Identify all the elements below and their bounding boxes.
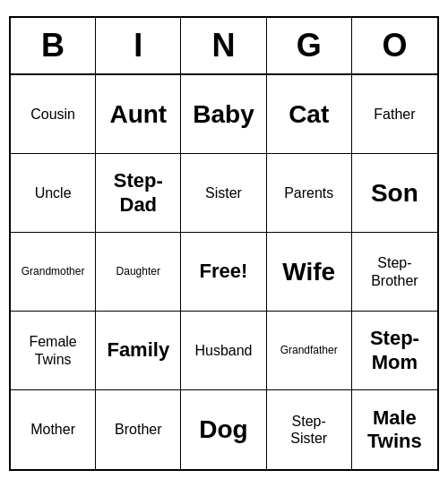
bingo-cell-2[interactable]: Baby xyxy=(181,75,266,154)
cell-text-18: Grandfather xyxy=(280,344,338,356)
bingo-cell-13[interactable]: Wife xyxy=(267,233,352,312)
bingo-cell-8[interactable]: Parents xyxy=(267,154,352,233)
bingo-cell-10[interactable]: Grandmother xyxy=(11,233,96,312)
cell-text-1: Aunt xyxy=(109,99,167,130)
cell-text-13: Wife xyxy=(282,257,335,287)
cell-text-22: Dog xyxy=(199,414,247,445)
cell-text-3: Cat xyxy=(289,99,329,130)
bingo-cell-0[interactable]: Cousin xyxy=(11,75,96,154)
bingo-card: BINGO CousinAuntBabyCatFatherUncleStep-D… xyxy=(9,16,439,471)
cell-text-14: Step-Brother xyxy=(371,254,418,288)
cell-text-12: Free! xyxy=(200,260,248,283)
cell-text-16: Family xyxy=(107,338,169,362)
bingo-cell-24[interactable]: MaleTwins xyxy=(352,390,437,469)
bingo-grid: CousinAuntBabyCatFatherUncleStep-DadSist… xyxy=(11,75,437,469)
cell-text-19: Step-Mom xyxy=(370,327,419,374)
bingo-cell-1[interactable]: Aunt xyxy=(96,75,181,154)
bingo-header: BINGO xyxy=(11,18,437,75)
cell-text-7: Sister xyxy=(205,184,242,201)
bingo-cell-7[interactable]: Sister xyxy=(181,154,266,233)
header-letter-o: O xyxy=(352,18,437,73)
cell-text-11: Daughter xyxy=(116,265,160,278)
bingo-cell-12[interactable]: Free! xyxy=(181,233,266,312)
cell-text-2: Baby xyxy=(193,99,254,130)
cell-text-21: Brother xyxy=(115,421,161,438)
cell-text-5: Uncle xyxy=(35,184,72,201)
bingo-cell-15[interactable]: FemaleTwins xyxy=(11,312,96,390)
bingo-cell-3[interactable]: Cat xyxy=(267,75,352,154)
bingo-cell-18[interactable]: Grandfather xyxy=(267,312,352,390)
cell-text-8: Parents xyxy=(284,184,333,201)
cell-text-20: Mother xyxy=(30,421,75,438)
bingo-cell-17[interactable]: Husband xyxy=(181,312,266,390)
header-letter-b: B xyxy=(11,18,96,73)
bingo-cell-20[interactable]: Mother xyxy=(11,390,96,469)
bingo-cell-21[interactable]: Brother xyxy=(96,390,181,469)
bingo-cell-19[interactable]: Step-Mom xyxy=(352,312,437,390)
bingo-cell-22[interactable]: Dog xyxy=(181,390,266,469)
cell-text-24: MaleTwins xyxy=(367,406,422,454)
cell-text-15: FemaleTwins xyxy=(29,333,76,367)
cell-text-9: Son xyxy=(371,178,418,209)
cell-text-4: Father xyxy=(374,106,415,123)
bingo-cell-9[interactable]: Son xyxy=(352,154,437,233)
cell-text-10: Grandmother xyxy=(22,265,85,278)
bingo-cell-6[interactable]: Step-Dad xyxy=(96,154,181,233)
bingo-cell-23[interactable]: Step-Sister xyxy=(267,390,352,469)
bingo-cell-4[interactable]: Father xyxy=(352,75,437,154)
header-letter-g: G xyxy=(267,18,352,73)
bingo-cell-14[interactable]: Step-Brother xyxy=(352,233,437,312)
cell-text-0: Cousin xyxy=(30,106,75,123)
header-letter-i: I xyxy=(96,18,181,73)
cell-text-23: Step-Sister xyxy=(290,413,327,447)
bingo-cell-5[interactable]: Uncle xyxy=(11,154,96,233)
header-letter-n: N xyxy=(181,18,266,73)
cell-text-17: Husband xyxy=(194,342,252,359)
cell-text-6: Step-Dad xyxy=(114,169,163,217)
bingo-cell-11[interactable]: Daughter xyxy=(96,233,181,312)
bingo-cell-16[interactable]: Family xyxy=(96,312,181,390)
